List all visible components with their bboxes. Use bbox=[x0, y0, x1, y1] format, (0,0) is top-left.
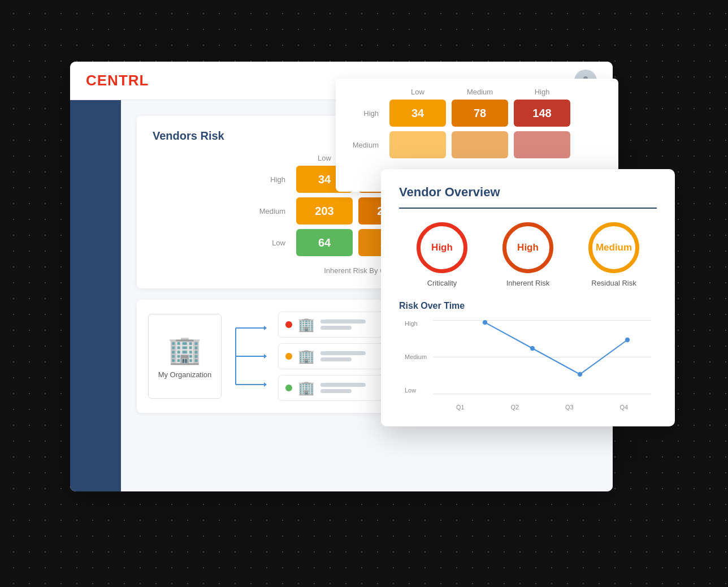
bg-col-high: High bbox=[511, 88, 573, 96]
bg-matrix-row-medium: Medium bbox=[347, 131, 607, 158]
chart-grid bbox=[433, 320, 651, 394]
vendor-line-3b bbox=[320, 389, 352, 393]
x-label-q4: Q4 bbox=[619, 404, 628, 411]
cell-low-low[interactable]: 64 bbox=[296, 229, 353, 256]
y-label-high: High bbox=[405, 320, 427, 327]
inherent-risk-label: Inherent Risk bbox=[506, 279, 550, 287]
vendor-line-1b bbox=[320, 326, 352, 330]
bg-col-low: Low bbox=[387, 88, 449, 96]
x-label-q3: Q3 bbox=[565, 404, 574, 411]
vendor-lines-3 bbox=[320, 383, 366, 393]
bg-col-medium: Medium bbox=[449, 88, 511, 96]
svg-marker-3 bbox=[264, 354, 267, 359]
scene-container: CENTRL Vendors Risk Low bbox=[53, 45, 675, 542]
inherent-risk-circle: High bbox=[502, 222, 553, 273]
vendor-building-icon-2: 🏢 bbox=[298, 348, 315, 364]
residual-risk-label: Residual Risk bbox=[591, 279, 636, 287]
bg-cell-high-medium: 78 bbox=[452, 100, 508, 127]
row-label-medium: Medium bbox=[254, 207, 293, 215]
row-label-high: High bbox=[254, 175, 293, 184]
x-label-q1: Q1 bbox=[456, 404, 465, 411]
vendor-overview-card: Vendor Overview High Criticality High In… bbox=[381, 169, 675, 426]
svg-point-5 bbox=[483, 320, 487, 325]
inherent-risk-circle-item: High Inherent Risk bbox=[502, 222, 553, 287]
chart-y-labels: High Medium Low bbox=[405, 320, 427, 394]
risk-circles: High Criticality High Inherent Risk Medi… bbox=[399, 222, 657, 287]
org-building-icon: 🏢 bbox=[168, 334, 202, 366]
residual-risk-circle: Medium bbox=[588, 222, 639, 273]
my-org-box: 🏢 My Organization bbox=[148, 314, 222, 399]
row-label-low: Low bbox=[254, 239, 293, 247]
svg-point-7 bbox=[578, 372, 582, 377]
svg-point-6 bbox=[530, 346, 535, 351]
vendor-lines-1 bbox=[320, 320, 366, 330]
bg-cell-high-high: 148 bbox=[514, 100, 570, 127]
chart-x-labels: Q1 Q2 Q3 Q4 bbox=[433, 404, 651, 411]
vendor-building-icon-1: 🏢 bbox=[298, 317, 315, 333]
vendor-building-icon-3: 🏢 bbox=[298, 380, 315, 396]
bg-row-label-high: High bbox=[347, 109, 387, 118]
vendor-dot-green bbox=[285, 385, 292, 391]
residual-risk-circle-item: Medium Residual Risk bbox=[588, 222, 639, 287]
bg-cell-med-high bbox=[514, 131, 570, 158]
sidebar bbox=[70, 100, 121, 491]
org-name-label: My Organization bbox=[158, 370, 212, 379]
bg-row-label-medium: Medium bbox=[347, 141, 387, 149]
connector-area bbox=[233, 314, 267, 399]
app-logo: CENTRL bbox=[86, 72, 149, 89]
x-label-q2: Q2 bbox=[510, 404, 519, 411]
y-label-low: Low bbox=[405, 387, 427, 394]
bg-matrix-header: Low Medium High bbox=[387, 88, 607, 96]
bg-cell-med-medium bbox=[452, 131, 508, 158]
vendor-line-2a bbox=[320, 351, 366, 355]
vendor-dot-orange bbox=[285, 353, 292, 360]
risk-over-time-chart: High Medium Low bbox=[405, 320, 651, 411]
criticality-circle-item: High Criticality bbox=[417, 222, 467, 287]
criticality-circle: High bbox=[417, 222, 467, 273]
y-label-medium: Medium bbox=[405, 353, 427, 360]
bg-matrix-row-high: High 34 78 148 bbox=[347, 100, 607, 127]
svg-point-8 bbox=[625, 338, 630, 342]
vendor-line-2b bbox=[320, 357, 352, 361]
risk-over-time-title: Risk Over Time bbox=[399, 301, 657, 311]
line-chart-svg bbox=[461, 320, 651, 377]
svg-marker-2 bbox=[264, 326, 267, 330]
vendor-line-3a bbox=[320, 383, 366, 387]
criticality-label: Criticality bbox=[427, 279, 457, 287]
grid-line-bottom bbox=[433, 394, 651, 394]
vendor-lines-2 bbox=[320, 351, 366, 361]
vendor-overview-title: Vendor Overview bbox=[399, 185, 657, 209]
vendor-line-1a bbox=[320, 320, 366, 323]
bg-cell-med-low bbox=[389, 131, 446, 158]
svg-marker-4 bbox=[264, 382, 267, 387]
vendor-dot-red bbox=[285, 321, 292, 328]
bg-cell-high-low: 34 bbox=[389, 100, 446, 127]
cell-medium-low[interactable]: 203 bbox=[296, 197, 353, 225]
